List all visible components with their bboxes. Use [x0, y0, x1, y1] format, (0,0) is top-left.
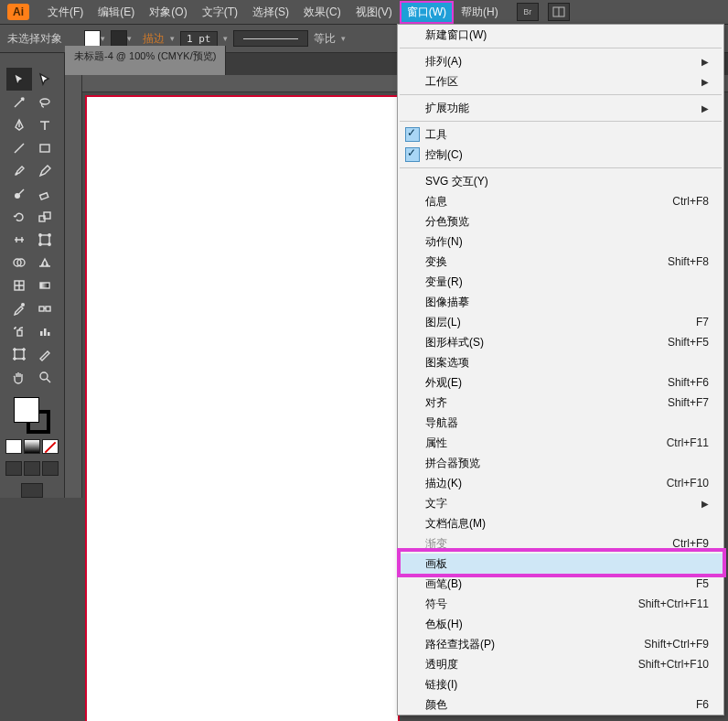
svg-point-12	[39, 233, 41, 235]
stroke-weight-input[interactable]: 1 pt	[180, 31, 218, 47]
stroke-swatch[interactable]: ▾	[111, 30, 132, 47]
menu-item-工具[interactable]: 工具	[398, 124, 723, 145]
blob-brush-tool[interactable]	[6, 182, 32, 205]
mesh-tool[interactable]	[6, 274, 32, 296]
menu-item-导航器[interactable]: 导航器	[398, 413, 723, 433]
menu-item-排列[interactable]: 排列(A)▶	[398, 51, 723, 71]
app-logo: Ai	[7, 4, 29, 20]
eraser-tool[interactable]	[32, 182, 58, 205]
pen-tool[interactable]	[6, 113, 32, 136]
eyedropper-tool[interactable]	[6, 296, 32, 319]
bridge-button[interactable]: Br	[517, 3, 539, 21]
draw-normal-icon[interactable]	[5, 461, 22, 476]
menu-item-工作区[interactable]: 工作区▶	[398, 71, 723, 91]
rectangle-tool[interactable]	[32, 136, 58, 159]
menu-item-分色预览[interactable]: 分色预览	[398, 211, 723, 231]
menu-item-文字[interactable]: 文字▶	[398, 493, 723, 513]
menu-item-label: 拼合器预览	[425, 456, 480, 471]
menu-item-渐变[interactable]: 渐变Ctrl+F9	[398, 533, 723, 554]
menu-item-动作[interactable]: 动作(N)	[398, 231, 723, 252]
menu-item-label: 外观(E)	[425, 375, 462, 391]
menu-item-信息[interactable]: 信息Ctrl+F8	[398, 191, 723, 211]
fill-color-icon[interactable]	[14, 397, 39, 423]
submenu-arrow-icon: ▶	[701, 103, 709, 113]
menu-item-label: 颜色	[425, 697, 447, 713]
menu-item-属性[interactable]: 属性Ctrl+F11	[398, 433, 723, 453]
zoom-tool[interactable]	[32, 365, 58, 388]
gradient-tool[interactable]	[32, 274, 58, 296]
type-tool[interactable]	[32, 113, 58, 136]
column-graph-tool[interactable]	[32, 319, 58, 342]
menu-item-颜色[interactable]: 颜色F6	[398, 694, 723, 715]
hand-tool[interactable]	[6, 365, 32, 388]
menu-item-外观[interactable]: 外观(E)Shift+F6	[398, 372, 723, 393]
rotate-tool[interactable]	[6, 205, 32, 228]
fill-swatch[interactable]: ▾	[84, 30, 105, 47]
gradient-mode-icon[interactable]	[24, 439, 40, 454]
menu-item-图形样式[interactable]: 图形样式(S)Shift+F5	[398, 332, 723, 352]
menu-item-拼合器预览[interactable]: 拼合器预览	[398, 453, 723, 473]
menu-item-符号[interactable]: 符号Shift+Ctrl+F11	[398, 594, 723, 614]
width-tool[interactable]	[6, 228, 32, 251]
free-transform-tool[interactable]	[32, 228, 58, 251]
pencil-tool[interactable]	[32, 159, 58, 182]
artboard-tool[interactable]	[6, 342, 32, 365]
fill-stroke-indicator[interactable]	[14, 397, 50, 434]
menu-item-描边[interactable]: 描边(K)Ctrl+F10	[398, 473, 723, 493]
arrange-documents-button[interactable]	[548, 3, 570, 21]
blend-tool[interactable]	[32, 296, 58, 319]
menu-item-链接[interactable]: 链接(I)	[398, 674, 723, 694]
draw-inside-icon[interactable]	[42, 461, 59, 476]
menu-item-label: 路径查找器(P)	[425, 637, 495, 652]
paintbrush-tool[interactable]	[6, 159, 32, 182]
stroke-profile[interactable]	[233, 30, 308, 47]
artboard-canvas[interactable]	[85, 95, 400, 721]
menu-效果[interactable]: 效果(C)	[296, 1, 348, 24]
menu-对象[interactable]: 对象(O)	[142, 1, 194, 24]
lasso-tool[interactable]	[32, 91, 58, 113]
menu-item-文档信息[interactable]: 文档信息(M)	[398, 513, 723, 533]
symbol-sprayer-tool[interactable]	[6, 319, 32, 342]
menu-item-label: 扩展功能	[425, 101, 469, 116]
menu-item-变量[interactable]: 变量(R)	[398, 272, 723, 292]
direct-selection-tool[interactable]	[32, 68, 58, 91]
menu-文字[interactable]: 文字(T)	[195, 1, 245, 24]
selection-tool[interactable]	[6, 68, 32, 91]
color-mode-icon[interactable]	[5, 439, 22, 454]
menu-窗口[interactable]: 窗口(W)	[400, 1, 454, 24]
menu-item-扩展功能[interactable]: 扩展功能▶	[398, 98, 723, 118]
none-mode-icon[interactable]	[42, 439, 59, 454]
menu-item-label: 画笔(B)	[425, 576, 462, 592]
menubar-tail: Br	[517, 3, 570, 21]
menu-编辑[interactable]: 编辑(E)	[91, 1, 142, 24]
menu-item-图像描摹[interactable]: 图像描摹	[398, 292, 723, 312]
shape-builder-tool[interactable]	[6, 251, 32, 274]
menu-item-控制[interactable]: 控制(C)	[398, 145, 723, 165]
menu-帮助[interactable]: 帮助(H)	[454, 1, 506, 24]
stroke-label[interactable]: 描边	[143, 31, 165, 47]
svg-rect-22	[46, 307, 50, 311]
perspective-grid-tool[interactable]	[32, 251, 58, 274]
menu-选择[interactable]: 选择(S)	[245, 1, 296, 24]
menu-shortcut: Shift+F5	[668, 336, 709, 349]
menu-视图[interactable]: 视图(V)	[348, 1, 400, 24]
menu-item-色板[interactable]: 色板(H)	[398, 614, 723, 634]
line-tool[interactable]	[6, 136, 32, 159]
menu-item-新建窗口[interactable]: 新建窗口(W)	[398, 25, 723, 45]
slice-tool[interactable]	[32, 342, 58, 365]
magic-wand-tool[interactable]	[6, 91, 32, 113]
menu-文件[interactable]: 文件(F)	[40, 1, 91, 24]
menu-item-SVG交互[interactable]: SVG 交互(Y)	[398, 171, 723, 191]
menu-item-路径查找器[interactable]: 路径查找器(P)Shift+Ctrl+F9	[398, 634, 723, 654]
scale-tool[interactable]	[32, 205, 58, 228]
menu-item-对齐[interactable]: 对齐Shift+F7	[398, 393, 723, 413]
menu-item-画板[interactable]: 画板	[398, 554, 723, 574]
menu-item-画笔[interactable]: 画笔(B)F5	[398, 574, 723, 594]
menu-item-图层[interactable]: 图层(L)F7	[398, 312, 723, 332]
screen-mode-icon[interactable]	[21, 483, 43, 498]
document-tab[interactable]: 未标题-4 @ 100% (CMYK/预览)	[65, 46, 226, 75]
menu-item-透明度[interactable]: 透明度Shift+Ctrl+F10	[398, 654, 723, 674]
menu-item-图案选项[interactable]: 图案选项	[398, 352, 723, 372]
menu-item-变换[interactable]: 变换Shift+F8	[398, 252, 723, 272]
draw-behind-icon[interactable]	[24, 461, 40, 476]
